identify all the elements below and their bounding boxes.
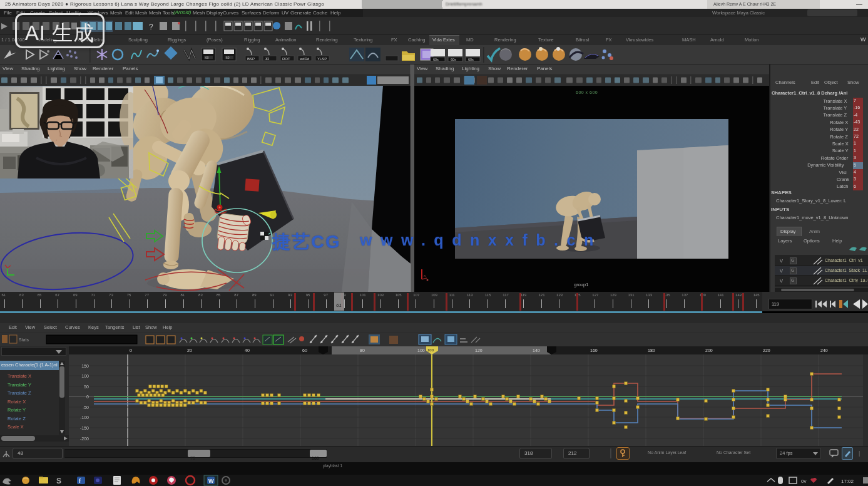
svg-text:x: x	[424, 274, 426, 277]
svg-text:100: 100	[427, 348, 434, 352]
svg-text:50: 50	[84, 385, 89, 389]
svg-text:120: 120	[475, 348, 483, 353]
svg-text:17:02: 17:02	[841, 478, 854, 484]
svg-text:?: ?	[149, 23, 153, 31]
svg-text:240: 240	[820, 348, 828, 353]
svg-text:-100: -100	[80, 415, 89, 420]
svg-text:0v: 0v	[801, 478, 806, 484]
svg-text:220: 220	[763, 348, 770, 353]
svg-text:40: 40	[245, 348, 250, 353]
svg-text:wdRd: wdRd	[299, 57, 309, 61]
svg-text:60s: 60s	[468, 58, 474, 61]
svg-text:150: 150	[81, 364, 89, 368]
svg-text:W: W	[208, 478, 214, 484]
svg-text:60s: 60s	[433, 58, 439, 61]
svg-text:JR: JR	[265, 57, 270, 61]
svg-text:60s: 60s	[451, 58, 456, 61]
svg-text:0: 0	[86, 395, 89, 399]
svg-text:100: 100	[417, 348, 425, 353]
svg-text:ROT: ROT	[282, 57, 290, 61]
svg-text:60: 60	[205, 56, 209, 59]
svg-text:160: 160	[590, 348, 598, 353]
svg-text:20: 20	[187, 348, 192, 353]
svg-text:200: 200	[705, 348, 713, 353]
svg-text:100: 100	[81, 374, 89, 378]
svg-text:S: S	[56, 477, 61, 485]
svg-text:60: 60	[226, 56, 230, 59]
svg-text:80: 80	[360, 348, 365, 353]
svg-text:60: 60	[302, 348, 307, 353]
svg-text:-200: -200	[80, 437, 89, 441]
svg-text:Stats: Stats	[19, 338, 29, 342]
svg-text:-50: -50	[83, 405, 89, 410]
svg-text:140: 140	[533, 348, 540, 353]
svg-text:YLSP: YLSP	[317, 57, 327, 61]
svg-text:-150: -150	[80, 426, 89, 430]
svg-text:180: 180	[648, 348, 655, 353]
svg-text:BSP: BSP	[247, 57, 255, 61]
svg-text:0: 0	[130, 348, 132, 353]
